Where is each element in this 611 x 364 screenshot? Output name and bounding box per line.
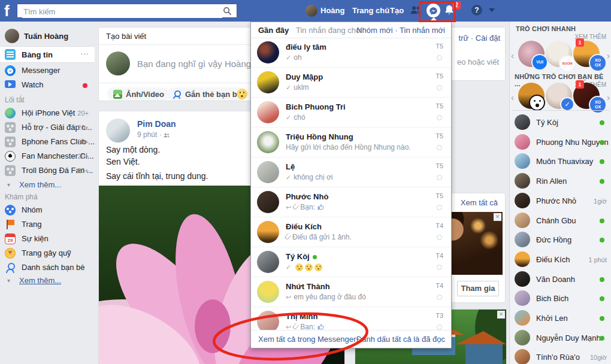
unread-badge: 1 <box>576 38 584 47</box>
archive-settings-links[interactable]: trữ · Cài đặt <box>459 34 500 43</box>
sidebar-item-fan-manchester-ci-[interactable]: Fan Manchester Ci...20+ <box>0 150 95 164</box>
sidebar-item-troll-b-ng-fan-[interactable]: Troll Bóng Đá Fan ...20+ <box>0 164 95 178</box>
right-rail: TRÒ CHƠI NHANH XEM THÊM ‹ › VUIBOOM1XOOX… <box>509 22 611 364</box>
conversation-item[interactable]: Phước Nhỏ↩Bạn:T5 <box>251 187 451 217</box>
last-active-time: 1 phút <box>588 256 607 263</box>
see-all-link[interactable]: Xem tất cả <box>461 198 498 207</box>
message-preview: ✓ <box>286 263 322 271</box>
avatar[interactable] <box>106 119 130 142</box>
chevron-right-icon[interactable]: › <box>607 92 610 102</box>
flushed-face-emoji <box>305 263 313 271</box>
flag-icon <box>5 219 16 230</box>
tag-friends-button[interactable]: Gắn thẻ bạn bè <box>167 87 247 101</box>
contact-item[interactable]: Khởi Len <box>510 308 611 328</box>
feeling-emoji-icon[interactable] <box>237 89 247 99</box>
online-indicator <box>600 316 604 321</box>
sidebar-item-news-feed[interactable]: Bảng tin ··· <box>0 46 95 63</box>
more-options-icon[interactable]: ··· <box>80 48 89 58</box>
contact-item[interactable]: Rin Allen <box>510 171 611 191</box>
search-bar[interactable] <box>17 4 237 18</box>
sidebar-item-h-i-iphone-vi-t[interactable]: Hội iPhone Việt20+ <box>0 107 95 121</box>
sidebar-item-nh-m[interactable]: Nhóm <box>0 204 95 218</box>
avatar[interactable] <box>306 5 317 17</box>
conversation-item[interactable]: điếu ly tâm✓ohT5 <box>251 38 451 68</box>
search-icon[interactable] <box>223 7 232 16</box>
contact-item[interactable]: Chánh Gbu <box>510 211 611 230</box>
thumb-up-icon <box>317 203 325 213</box>
close-icon[interactable]: ✕ <box>494 213 501 221</box>
nav-profile-link[interactable]: Hoàng <box>320 6 344 15</box>
contact-item[interactable]: Phước Nhỏ1giờ <box>510 191 611 211</box>
see-more-explore[interactable]: ▾ Xem thêm... <box>0 274 95 289</box>
conversation-item[interactable]: Tý Kòj✓T4 <box>251 247 451 277</box>
avatar <box>515 349 530 364</box>
avatar <box>257 131 279 153</box>
last-active-time: 1giờ <box>594 198 607 205</box>
see-more-shortcuts[interactable]: ▾ Xem thêm... <box>0 178 95 193</box>
conversation-item[interactable]: Điếu KíchĐiếu đã gửi 1 ảnh.T4 <box>251 217 451 247</box>
chevron-right-icon[interactable]: › <box>607 50 610 60</box>
nav-create-link[interactable]: Tạo <box>390 6 404 15</box>
post-text-line: Sen Việt. <box>106 157 140 166</box>
group-icon <box>5 122 16 133</box>
contact-item[interactable]: Nguyễn Duy Mạnh <box>510 328 611 348</box>
read-receipt-icon <box>437 324 442 330</box>
conversation-item[interactable]: Duy Mậpp✓uklmT5 <box>251 68 451 98</box>
chevron-left-icon[interactable]: ‹ <box>511 92 514 102</box>
join-button[interactable]: Tham gia <box>457 281 499 296</box>
post-timestamp[interactable]: 9 phút · <box>137 131 170 139</box>
sidebar-profile[interactable]: Tuấn Hoàng <box>0 29 95 43</box>
tab-message-requests[interactable]: Tin nhắn đang chờ <box>296 26 361 35</box>
contact-item[interactable]: Bich Bich <box>510 289 611 308</box>
avatar <box>515 290 530 306</box>
help-icon[interactable]: ? <box>471 5 482 16</box>
contact-item[interactable]: Phuong Nhu Nguyen <box>510 132 611 152</box>
check-icon: ✓ <box>286 84 291 91</box>
composer-input[interactable]: Bạn đang nghĩ gì vậy Hoàng? <box>137 59 256 69</box>
sidebar-item-trang-g-y-qu-[interactable]: Trang gây quỹ <box>0 247 95 261</box>
friend-list-icon <box>5 262 16 273</box>
facebook-logo-icon[interactable]: f <box>4 2 10 20</box>
post-author-link[interactable]: Pim Doan <box>137 119 176 129</box>
sidebar-item-messenger[interactable]: Messenger <box>0 64 95 78</box>
chevron-left-icon[interactable]: ‹ <box>511 50 514 60</box>
messenger-icon <box>5 65 16 76</box>
chevron-down-icon[interactable] <box>489 8 495 12</box>
avatar <box>515 232 530 247</box>
clip-icon <box>292 203 300 210</box>
contact-item[interactable]: Tính'o Rùa'o10giờ <box>510 347 611 364</box>
online-indicator <box>600 179 604 184</box>
tictactoe-icon: XOOX <box>589 54 607 72</box>
annotation-ellipse <box>210 311 371 362</box>
conversation-item[interactable]: Lệ✓không chị ơiT5 <box>251 157 451 187</box>
avatar <box>257 71 279 93</box>
group-icon <box>5 136 16 147</box>
contact-item[interactable]: Văn Doanh <box>510 269 611 289</box>
tab-recent[interactable]: Gần đây <box>258 26 289 35</box>
nav-home-link[interactable]: Trang chủ <box>352 6 389 15</box>
search-input[interactable] <box>22 5 222 18</box>
online-indicator <box>600 219 604 223</box>
new-message-link[interactable]: Tin nhắn mới <box>400 26 445 35</box>
timestamp: T3 <box>435 312 443 319</box>
contact-item[interactable]: Đức Hồng <box>510 230 611 250</box>
sidebar-item-bphone-fans-club-[interactable]: Bphone Fans Club ...20+ <box>0 135 95 150</box>
sidebar-item-danh-s-ch-b-n-b-[interactable]: Danh sách bạn bè <box>0 261 95 275</box>
conversation-item[interactable]: Nhứt Thành↩em yêu đang ở đâu đóT4 <box>251 277 451 307</box>
read-receipt-icon <box>437 205 442 210</box>
sidebar-item-trang[interactable]: Trang <box>0 218 95 232</box>
post-text-line: Say cái tĩnh tại, trung dung. <box>106 171 208 181</box>
photo-video-button[interactable]: Ảnh/Video <box>107 87 170 101</box>
contact-item[interactable]: Tý Kòj <box>510 113 611 132</box>
new-group-link[interactable]: Nhóm mới <box>356 26 393 35</box>
sidebar-item-h-tr-gi-i-p-c-[interactable]: Hỗ trợ - Giải đáp c...20+ <box>0 121 95 135</box>
conversation-item[interactable]: Bich Phuong Tri✓chóT5 <box>251 98 451 128</box>
sidebar-item-s-ki-n[interactable]: 29Sự kiện <box>0 232 95 247</box>
sidebar-item-watch[interactable]: Watch <box>0 78 95 93</box>
contact-item[interactable]: Muôn Thuavixay <box>510 151 611 171</box>
timestamp: T5 <box>435 162 443 169</box>
conversation-item[interactable]: Triệu Hồng NhungHãy gửi lời chào đến Hồn… <box>251 128 451 157</box>
close-icon[interactable]: ✕ <box>497 311 505 318</box>
watch-icon <box>5 80 16 88</box>
contact-item[interactable]: Điếu Kích1 phút <box>510 250 611 269</box>
